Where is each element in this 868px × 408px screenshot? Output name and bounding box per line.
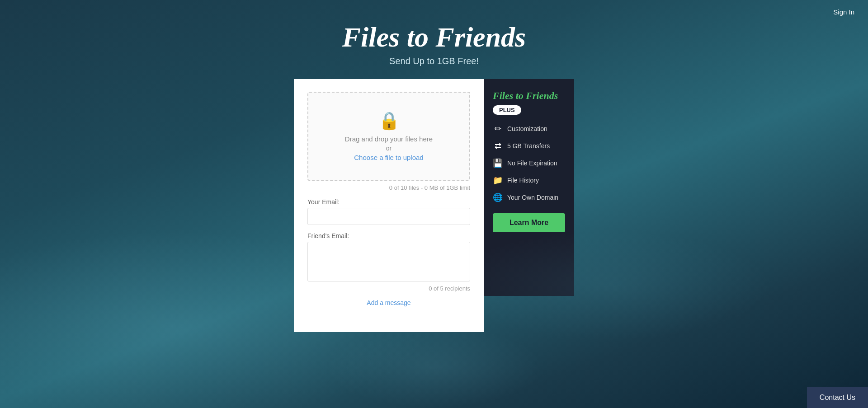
drop-zone[interactable]: 🔒 Drag and drop your files here or Choos…	[307, 92, 470, 181]
sign-in-link[interactable]: Sign In	[833, 8, 854, 16]
transfers-icon: ⇄	[493, 141, 503, 151]
plus-feature-customization: ✏ Customization	[493, 124, 565, 134]
history-icon: 📁	[493, 175, 503, 185]
plus-panel: Files to Friends PLUS ✏ Customization ⇄ …	[484, 79, 574, 296]
contact-us-button[interactable]: Contact Us	[807, 387, 868, 408]
plus-feature-transfers: ⇄ 5 GB Transfers	[493, 141, 565, 151]
page-subtitle: Send Up to 1GB Free!	[0, 56, 868, 66]
expiration-icon: 💾	[493, 158, 503, 168]
domain-label: Your Own Domain	[507, 194, 558, 201]
history-label: File History	[507, 177, 539, 184]
lock-icon: 🔒	[317, 111, 460, 131]
plus-feature-expiration: 💾 No File Expiration	[493, 158, 565, 168]
plus-badge: PLUS	[493, 105, 521, 115]
form-card: 🔒 Drag and drop your files here or Choos…	[294, 79, 484, 332]
transfers-label: 5 GB Transfers	[507, 142, 550, 150]
page-header: Files to Friends Send Up to 1GB Free!	[0, 0, 868, 66]
learn-more-button[interactable]: Learn More	[493, 213, 565, 232]
drop-or-text: or	[317, 145, 460, 152]
page-title: Files to Friends	[0, 22, 868, 52]
plus-feature-history: 📁 File History	[493, 175, 565, 185]
drag-drop-text: Drag and drop your files here	[317, 135, 460, 143]
customization-label: Customization	[507, 125, 547, 132]
friends-email-label: Friend's Email:	[307, 232, 470, 239]
file-counter: 0 of 10 files - 0 MB of 1GB limit	[307, 184, 470, 191]
recipient-counter: 0 of 5 recipients	[307, 285, 470, 292]
plus-brand: Files to Friends	[493, 90, 565, 102]
main-layout: 🔒 Drag and drop your files here or Choos…	[0, 79, 868, 332]
email-label: Your Email:	[307, 198, 470, 206]
email-input[interactable]	[307, 208, 470, 225]
expiration-label: No File Expiration	[507, 159, 557, 167]
add-message-link[interactable]: Add a message	[307, 299, 470, 306]
domain-icon: 🌐	[493, 192, 503, 202]
customization-icon: ✏	[493, 124, 503, 134]
friends-email-input[interactable]	[307, 242, 470, 281]
plus-feature-domain: 🌐 Your Own Domain	[493, 192, 565, 202]
choose-file-link[interactable]: Choose a file to upload	[354, 154, 423, 161]
